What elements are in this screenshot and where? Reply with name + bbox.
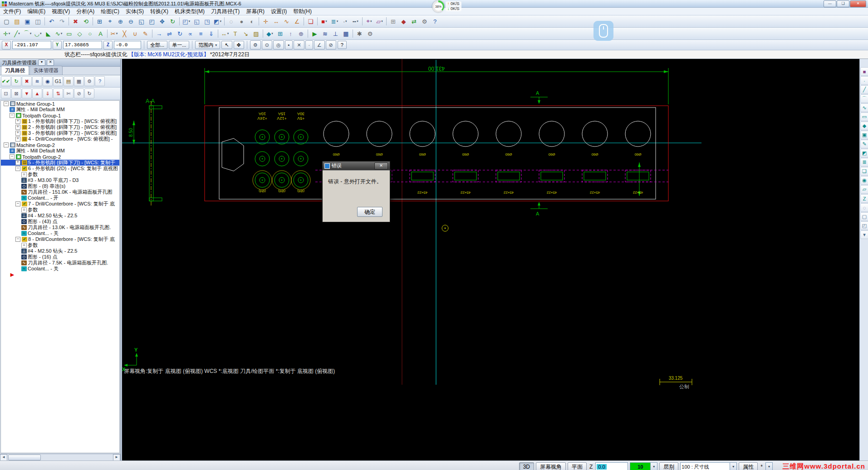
pan-button[interactable]: ✥ xyxy=(157,16,167,27)
scrollbar-thumb[interactable] xyxy=(8,455,41,460)
qm-color-mask-button[interactable]: ◩ xyxy=(860,149,868,157)
communications-button[interactable]: ⇄ xyxy=(409,16,419,27)
menu-7[interactable]: 转换(X) xyxy=(147,8,172,15)
qm-groups-button[interactable]: ❏ xyxy=(860,167,868,176)
run-user-app-button[interactable]: ◆ xyxy=(398,16,409,27)
z-axis-button[interactable]: Z xyxy=(103,41,113,49)
close-button[interactable]: ✕ xyxy=(850,0,866,7)
collapse-icon[interactable]: − xyxy=(4,101,9,106)
tree-item[interactable]: ≡属性 - Mill Default MM xyxy=(1,148,119,154)
trim-break-button[interactable]: ✂▾ xyxy=(109,29,119,39)
qm-wireframe-button[interactable]: ▭ xyxy=(860,113,868,121)
attributes-color-button[interactable]: ■▾ xyxy=(319,16,329,27)
graphics-window[interactable]: 431.00 A-A 8.50 A xyxy=(122,59,859,460)
lock-operations-button[interactable]: ⊠ xyxy=(11,88,21,98)
pointer-select-button[interactable]: ↖ xyxy=(221,41,232,49)
xform-offset-button[interactable]: ≡ xyxy=(196,29,206,39)
menu-3[interactable]: 视图(V) xyxy=(49,8,73,15)
snap-angle-button[interactable]: ∠ xyxy=(314,40,325,49)
move-insert-down-button[interactable]: ▼ xyxy=(22,88,32,98)
level-value-field[interactable]: 10 xyxy=(630,462,651,470)
tab-solids[interactable]: 实体管理器 xyxy=(29,66,63,75)
gesture-select-button[interactable]: ✥ xyxy=(234,41,244,49)
shading-on-button[interactable]: ● xyxy=(236,16,247,27)
xform-rotate-button[interactable]: ↻ xyxy=(175,29,185,39)
scroll-right-icon[interactable]: ► xyxy=(113,454,120,461)
toolpath-pocket-button[interactable]: ▦ xyxy=(341,29,351,39)
tree-item[interactable]: ∿刀具路径 - 13.0K - 电源箱面板开孔图. xyxy=(1,225,119,230)
qm-surfaces-button[interactable]: ◆ xyxy=(860,122,868,130)
wcs-menu-button[interactable]: ⌖▾ xyxy=(364,16,374,27)
create-rectangle-button[interactable]: ▭ xyxy=(64,29,74,39)
filter-operations-button[interactable]: ⊘ xyxy=(74,88,84,98)
configuration-button[interactable]: ⚙ xyxy=(419,16,430,27)
surface-net-button[interactable]: ⊞ xyxy=(275,29,285,39)
menu-10[interactable]: 屏幕(R) xyxy=(243,8,268,15)
level-dropdown-icon[interactable]: ▾ xyxy=(651,462,657,470)
z-depth-field[interactable]: 0.0 xyxy=(595,462,628,470)
select-all-button[interactable]: 全部... xyxy=(147,41,167,49)
xform-scale-button[interactable]: ∝ xyxy=(185,29,196,39)
panel-menu-button[interactable]: ▾ xyxy=(38,59,45,66)
gview-isometric-button[interactable]: ◩▾ xyxy=(212,16,223,27)
join-entities-button[interactable]: ∪ xyxy=(130,29,140,39)
collapse-icon[interactable]: − xyxy=(15,166,20,171)
zoom-previous-button[interactable]: ◰ xyxy=(147,16,157,27)
snap-disable-button[interactable]: ⊘ xyxy=(326,40,336,49)
move-insert-up-button[interactable]: ▲ xyxy=(32,88,42,98)
attributes-button[interactable]: 属性 xyxy=(739,462,758,470)
expand-icon[interactable]: + xyxy=(15,137,20,142)
trim-operations-button[interactable]: ✄ xyxy=(64,88,74,98)
snap-midpoint-button[interactable]: ∙ xyxy=(305,40,313,49)
utilities-button[interactable]: ✱ xyxy=(354,29,365,39)
analyze-distance-button[interactable]: ↔ xyxy=(271,16,281,27)
qm-points-button[interactable]: ∙ xyxy=(860,76,868,85)
groups-dropdown-icon[interactable]: ▾ xyxy=(765,462,773,470)
toggle-toolpath-display-button[interactable]: ⊡ xyxy=(1,88,11,98)
delete-duplicates-button[interactable]: ❏ xyxy=(305,16,316,27)
analyze-dynamic-button[interactable]: ∿ xyxy=(281,16,292,27)
level-button[interactable]: 层别 xyxy=(659,462,678,470)
dimension-leader-button[interactable]: ↘ xyxy=(240,29,251,39)
z-coordinate-input[interactable] xyxy=(114,41,141,49)
qm-plane-mask-button[interactable]: ▱ xyxy=(860,185,868,194)
menu-6[interactable]: 实体(S) xyxy=(123,8,147,15)
panel-horizontal-scrollbar[interactable]: ◄ ► xyxy=(0,454,120,460)
menu-8[interactable]: 机床类型(M) xyxy=(172,8,208,15)
machine-simulate-button[interactable]: ▶ xyxy=(309,29,320,39)
repaint-button[interactable]: ↻ xyxy=(167,16,178,27)
qm-lines-button[interactable]: ╱ xyxy=(860,85,868,94)
snap-endpoint-button[interactable]: ▪ xyxy=(285,40,293,49)
save-button[interactable]: ▣ xyxy=(22,16,33,27)
minimize-button[interactable]: — xyxy=(824,0,836,7)
shading-off-button[interactable]: ◌ xyxy=(226,16,236,27)
qm-clear-colors-button[interactable]: ■ xyxy=(860,67,868,76)
help-button[interactable]: ? xyxy=(430,16,440,27)
collapse-icon[interactable]: − xyxy=(4,142,9,147)
select-single-button[interactable]: 单一... xyxy=(169,41,189,49)
tree-item[interactable]: ∿刀具路径 - 7.5K - 电源箱面板开孔图. xyxy=(1,260,119,266)
y-coordinate-input[interactable] xyxy=(63,41,102,49)
autocursor-config-button[interactable]: ⚙ xyxy=(250,40,261,49)
insert-marker-button[interactable]: ⇓ xyxy=(43,88,53,98)
surface-create-button[interactable]: ◆▾ xyxy=(265,29,275,39)
print-button[interactable]: ◫ xyxy=(33,16,43,27)
y-axis-button[interactable]: Y xyxy=(53,41,62,49)
xform-mirror-button[interactable]: ⇌ xyxy=(164,29,175,39)
collapse-icon[interactable]: − xyxy=(15,201,20,206)
analyze-angle-button[interactable]: ∠ xyxy=(292,16,302,27)
undelete-button[interactable]: ⟲ xyxy=(81,16,91,27)
error-dialog-titlebar[interactable]: 错误 ✕ xyxy=(323,162,390,170)
translucency-button[interactable]: ◐ xyxy=(247,16,257,27)
edit-code-button[interactable]: ▤ xyxy=(64,76,74,86)
menu-9[interactable]: 刀具路径(T) xyxy=(208,8,243,15)
tree-item[interactable]: ⊥#4 - M2.50 钻头 - Z2.5 xyxy=(1,213,119,219)
selection-mode-dropdown[interactable]: 范围内 ▾ xyxy=(195,41,220,49)
analyze-entity-button[interactable]: ✛ xyxy=(260,16,271,27)
toolpath-help-button[interactable]: ? xyxy=(95,76,105,86)
tree-item[interactable]: −✔8 - Drill/Counterbore - [WCS: 复制于 底 xyxy=(1,236,119,242)
menu-5[interactable]: 绘图(C) xyxy=(98,8,123,15)
tree-item[interactable]: −✔7 - Drill/Counterbore - [WCS: 复制于 底 xyxy=(1,201,119,207)
hide-entities-button[interactable]: ◌ xyxy=(860,203,868,212)
tree-item[interactable]: ≡属性 - Mill Default MM xyxy=(1,107,119,113)
